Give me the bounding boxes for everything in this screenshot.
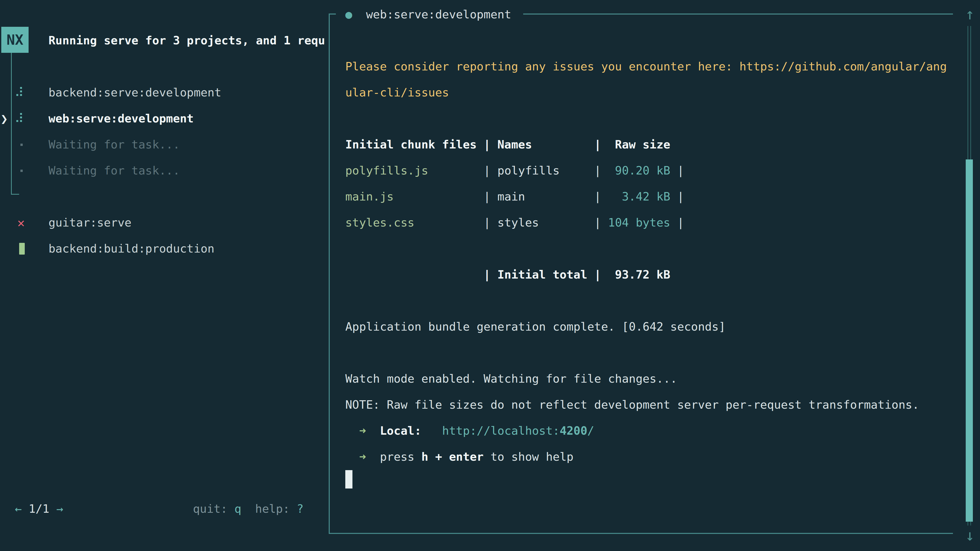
task-row[interactable]: ✕guitar:serve [0, 210, 329, 236]
help-hint-line: ➜ press h + enter to show help [345, 444, 573, 470]
task-sidebar: NX Running serve for 3 projects, and 1 r… [0, 0, 329, 551]
task-waiting-icon [21, 170, 23, 172]
terminal-cursor [345, 470, 352, 489]
pager: ← 1/1 → [15, 496, 63, 522]
issue-report-line-2: ular-cli/issues [345, 79, 449, 106]
task-label: backend:serve:development [48, 79, 221, 106]
bundle-complete-line: Application bundle generation complete. … [345, 314, 725, 340]
scroll-down-icon[interactable]: ↓ [962, 527, 977, 543]
arrow-icon: ➜ [359, 450, 366, 464]
chunk-table-row-main: main.js | main | 3.42 kB | [345, 184, 684, 210]
task-failed-icon: ✕ [18, 210, 25, 236]
spinner-icon: ⠼ [14, 79, 24, 106]
nx-logo: NX [1, 27, 29, 53]
task-label: guitar:serve [48, 210, 131, 236]
task-label: web:serve:development [48, 106, 194, 132]
local-url[interactable]: http://localhost: [442, 424, 560, 437]
task-label: Waiting for task... [48, 132, 180, 158]
local-url-line: ➜ Local: http://localhost:4200/ [345, 418, 594, 444]
task-label: Waiting for task... [48, 158, 180, 184]
chunk-table-header: Initial chunk files | Names | Raw size [345, 132, 670, 158]
sidebar-title: Running serve for 3 projects, and 1 requ [48, 27, 325, 54]
help-label: help: [242, 502, 297, 516]
panel-border-top [523, 14, 953, 14]
task-row[interactable]: Waiting for task... [0, 158, 329, 184]
scrollbar-thumb[interactable] [966, 159, 973, 522]
pager-position: 1/1 [22, 502, 56, 516]
quit-label: quit: [193, 502, 234, 516]
chunk-table-row-polyfills: polyfills.js | polyfills | 90.20 kB | [345, 158, 684, 184]
spinner-icon: ⠼ [14, 106, 24, 132]
panel-title: ● web:serve:development [345, 2, 511, 27]
pager-right-arrow[interactable]: → [56, 502, 63, 516]
arrow-icon: ➜ [359, 424, 366, 437]
help-key: ? [297, 502, 304, 516]
watch-mode-line: Watch mode enabled. Watching for file ch… [345, 366, 677, 392]
pager-left-arrow[interactable]: ← [15, 502, 22, 516]
scroll-up-icon[interactable]: ↑ [962, 6, 977, 22]
task-success-icon [19, 243, 25, 254]
local-url-port[interactable]: 4200 [560, 424, 587, 437]
note-line: NOTE: Raw file sizes do not reflect deve… [345, 392, 919, 418]
task-row[interactable]: ❯⠼web:serve:development [0, 106, 329, 132]
issue-report-line-1: Please consider reporting any issues you… [345, 54, 947, 79]
status-dot-icon: ● [345, 8, 352, 21]
task-label: backend:build:production [48, 236, 215, 262]
panel-title-text: web:serve:development [366, 8, 511, 21]
task-row[interactable]: backend:build:production [0, 236, 329, 262]
task-waiting-icon [21, 144, 23, 146]
task-row[interactable]: ⠼backend:serve:development [0, 79, 329, 106]
panel-border-left [329, 14, 330, 534]
task-row[interactable]: Waiting for task... [0, 132, 329, 158]
keyboard-hints: quit: q help: ? [193, 496, 304, 522]
task-tree-corner [11, 194, 19, 195]
selection-caret-icon: ❯ [0, 106, 8, 132]
panel-border-top-stub [329, 14, 336, 14]
quit-key: q [234, 502, 242, 516]
chunk-table-row-styles: styles.css | styles | 104 bytes | [345, 210, 684, 236]
panel-border-bottom [329, 533, 953, 534]
chunk-table-total: | Initial total | 93.72 kB [345, 262, 670, 288]
